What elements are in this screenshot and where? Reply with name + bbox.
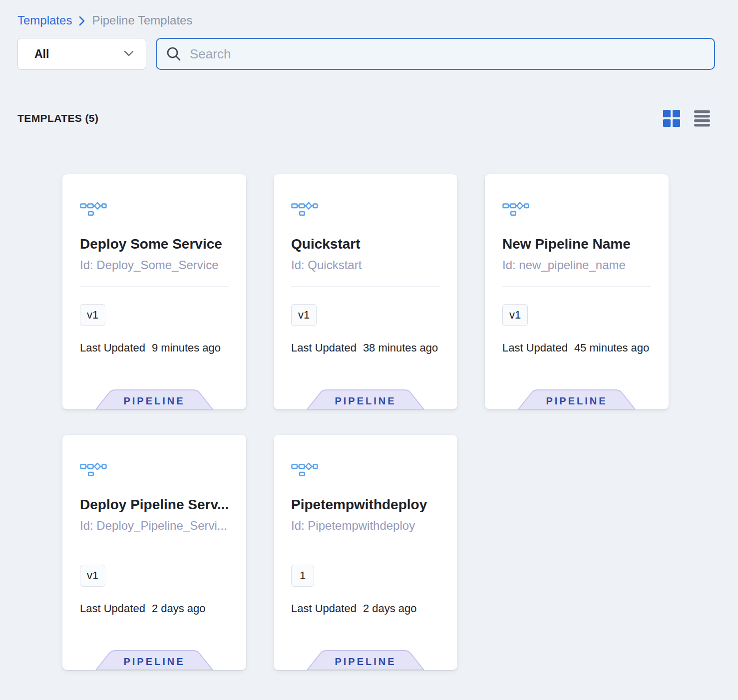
scope-filter-dropdown[interactable]: All (17, 38, 146, 70)
card-divider (291, 286, 440, 287)
pipeline-type-badge: PIPELINE (307, 650, 424, 670)
last-updated-label: Last Updated (80, 342, 145, 354)
template-name: Deploy Some Service (80, 236, 229, 252)
card-divider (80, 547, 229, 547)
pipeline-type-badge: PIPELINE (95, 389, 213, 409)
version-badge: v1 (502, 304, 528, 326)
template-card[interactable]: New Pipeline Name Id: new_pipeline_name … (485, 174, 669, 409)
pipeline-type-label: PIPELINE (518, 389, 636, 409)
version-badge: v1 (80, 304, 105, 326)
template-name: Quickstart (291, 236, 440, 252)
list-view-button[interactable] (694, 110, 710, 127)
templates-count-heading: TEMPLATES (5) (17, 112, 98, 124)
chevron-right-icon (78, 15, 85, 26)
template-name: Pipetempwithdeploy (291, 497, 440, 513)
template-id: Id: Pipetempwithdeploy (291, 519, 440, 533)
pipeline-stages-icon (291, 200, 440, 216)
last-updated-value: 2 days ago (152, 602, 206, 615)
breadcrumb-templates-link[interactable]: Templates (17, 13, 72, 28)
template-id: Id: Deploy_Pipeline_Servi... (80, 519, 229, 533)
last-updated-row: Last Updated 2 days ago (291, 602, 440, 615)
last-updated-label: Last Updated (291, 602, 357, 615)
pipeline-type-badge: PIPELINE (518, 389, 636, 409)
search-icon (166, 46, 182, 62)
toolbar: All (17, 38, 715, 70)
pipeline-stages-icon (502, 200, 651, 216)
template-id: Id: Quickstart (291, 258, 440, 272)
template-card[interactable]: Pipetempwithdeploy Id: Pipetempwithdeplo… (274, 435, 457, 670)
scope-filter-value: All (34, 47, 49, 61)
view-toggles (663, 110, 710, 127)
breadcrumb-current-page: Pipeline Templates (92, 13, 192, 28)
last-updated-value: 9 minutes ago (152, 342, 221, 354)
template-name: Deploy Pipeline Serv... (80, 497, 229, 513)
pipeline-type-badge: PIPELINE (95, 650, 213, 670)
list-view-icon (694, 121, 710, 128)
section-header: TEMPLATES (5) (17, 110, 710, 127)
last-updated-label: Last Updated (80, 602, 145, 615)
template-card[interactable]: Deploy Some Service Id: Deploy_Some_Serv… (62, 174, 246, 409)
pipeline-type-label: PIPELINE (307, 650, 424, 670)
pipeline-stages-icon (291, 461, 440, 477)
card-divider (291, 547, 440, 547)
template-card[interactable]: Quickstart Id: Quickstart v1 Last Update… (274, 174, 457, 409)
pipeline-type-label: PIPELINE (307, 389, 424, 409)
card-divider (502, 286, 651, 287)
card-divider (80, 286, 229, 287)
template-id: Id: new_pipeline_name (502, 258, 651, 272)
version-badge: v1 (291, 304, 317, 326)
last-updated-row: Last Updated 9 minutes ago (80, 342, 229, 354)
last-updated-label: Last Updated (291, 342, 357, 354)
last-updated-value: 2 days ago (363, 602, 417, 615)
pipeline-type-badge: PIPELINE (307, 389, 424, 409)
pipeline-type-label: PIPELINE (95, 389, 213, 409)
breadcrumb: Templates Pipeline Templates (0, 0, 738, 28)
last-updated-row: Last Updated 45 minutes ago (502, 342, 651, 354)
search-input[interactable] (190, 46, 705, 62)
templates-grid: Deploy Some Service Id: Deploy_Some_Serv… (62, 174, 738, 670)
search-box (156, 38, 715, 70)
chevron-down-icon (124, 49, 134, 58)
template-card[interactable]: Deploy Pipeline Serv... Id: Deploy_Pipel… (62, 435, 246, 670)
grid-view-icon (663, 121, 680, 128)
last-updated-value: 38 minutes ago (363, 342, 438, 354)
last-updated-row: Last Updated 38 minutes ago (291, 342, 440, 354)
pipeline-stages-icon (80, 461, 229, 477)
pipeline-type-label: PIPELINE (95, 650, 213, 670)
last-updated-label: Last Updated (502, 342, 568, 354)
template-name: New Pipeline Name (502, 236, 651, 252)
grid-view-button[interactable] (663, 110, 680, 127)
version-badge: v1 (80, 565, 105, 587)
last-updated-value: 45 minutes ago (574, 342, 649, 354)
version-badge: 1 (291, 565, 314, 587)
template-id: Id: Deploy_Some_Service (80, 258, 229, 272)
pipeline-stages-icon (80, 200, 229, 216)
pipeline-templates-page: Templates Pipeline Templates All TEMPLAT… (0, 0, 738, 700)
last-updated-row: Last Updated 2 days ago (80, 602, 229, 615)
